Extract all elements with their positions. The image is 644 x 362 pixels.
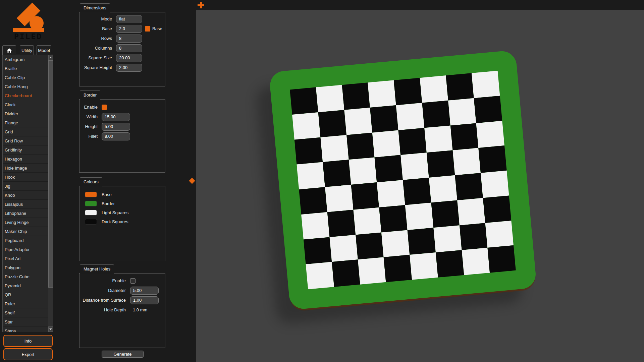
- dimensions-base-input[interactable]: 2.0: [116, 25, 142, 33]
- light-square: [457, 198, 485, 225]
- light-square: [316, 85, 344, 112]
- colour-entries: BaseBorderLight SquaresDark Squares: [85, 190, 128, 226]
- home-icon: [6, 48, 12, 53]
- light-square: [420, 75, 448, 103]
- list-item-lissajous[interactable]: Lissajous: [3, 200, 48, 209]
- list-item-steps[interactable]: Steps: [3, 326, 48, 332]
- colour-base-swatch[interactable]: [85, 192, 97, 197]
- border-height-input[interactable]: 5.00: [102, 123, 130, 131]
- splitter-handle[interactable]: [189, 178, 195, 184]
- light-square: [353, 207, 381, 234]
- light-square: [306, 262, 334, 289]
- light-square: [297, 162, 325, 189]
- dark-square: [290, 87, 318, 114]
- tab-home[interactable]: [2, 45, 16, 55]
- border-enable-row: Enable: [80, 102, 130, 112]
- dimensions-square-size-label: Square Size: [80, 55, 112, 60]
- list-item-grid-row[interactable]: Grid Row: [3, 136, 48, 145]
- list-item-cable-clip[interactable]: Cable Clip: [3, 73, 48, 82]
- list-item-pegboard[interactable]: Pegboard: [3, 236, 48, 245]
- tab-model[interactable]: Model: [37, 45, 51, 55]
- tab-utility-label: Utility: [21, 48, 32, 53]
- dark-square: [450, 123, 478, 150]
- border-width-input[interactable]: 15.00: [102, 113, 130, 121]
- list-item-cable-hang[interactable]: Cable Hang: [3, 82, 48, 91]
- export-button[interactable]: Export: [3, 348, 53, 360]
- dimensions-mode-input[interactable]: flat: [116, 15, 142, 23]
- dimensions-mode-label: Mode: [80, 16, 112, 21]
- info-button[interactable]: Info: [3, 335, 53, 347]
- list-item-checkerboard[interactable]: Checkerboard: [3, 91, 48, 100]
- dimensions-square-height-input[interactable]: 2.00: [116, 64, 142, 72]
- list-item-maker-chip[interactable]: Maker Chip: [3, 227, 48, 236]
- colour-light-squares-swatch[interactable]: [85, 210, 97, 216]
- border-fillet-input[interactable]: 8.00: [102, 132, 130, 140]
- dimensions-rows-input[interactable]: 8: [116, 35, 142, 43]
- dark-square: [356, 232, 384, 259]
- list-item-flange[interactable]: Flange: [3, 118, 48, 127]
- dark-square: [318, 110, 346, 137]
- scroll-up-button[interactable]: [48, 55, 53, 60]
- magnet-hole-depth-label: Hole Depth: [80, 307, 126, 312]
- border-enable-checkbox[interactable]: [102, 105, 107, 110]
- plus-icon-bar: [200, 2, 202, 8]
- list-item-qr[interactable]: QR: [3, 290, 48, 299]
- list-item-braille[interactable]: Braille: [3, 64, 48, 73]
- colour-border-swatch[interactable]: [85, 201, 97, 206]
- list-item-divider[interactable]: Divider: [3, 109, 48, 118]
- dimensions-base-swatch-label: Base: [152, 26, 162, 31]
- dark-square: [375, 155, 403, 182]
- list-item-living-hinge[interactable]: Living Hinge: [3, 218, 48, 227]
- border-group-title: Border: [80, 90, 100, 100]
- dimensions-base-row: Base2.0Base: [80, 24, 162, 34]
- model-list-scrollbar[interactable]: [48, 55, 53, 332]
- list-item-ambigram[interactable]: Ambigram: [3, 55, 48, 64]
- list-item-clock[interactable]: Clock: [3, 100, 48, 109]
- list-item-pyramid[interactable]: Pyramid: [3, 281, 48, 290]
- list-item-pixel-art[interactable]: Pixel Art: [3, 254, 48, 263]
- generate-button[interactable]: Generate: [102, 351, 144, 358]
- light-square: [400, 153, 429, 180]
- colour-border-row: Border: [85, 199, 128, 208]
- list-item-grid[interactable]: Grid: [3, 127, 48, 136]
- add-view-icon[interactable]: [198, 2, 204, 8]
- list-item-hexagon[interactable]: Hexagon: [3, 155, 48, 164]
- colour-dark-squares-swatch[interactable]: [85, 219, 97, 225]
- list-item-lithophane[interactable]: Lithophane: [3, 209, 48, 218]
- dark-square: [332, 259, 360, 287]
- dimensions-square-size-input[interactable]: 20.00: [116, 54, 142, 62]
- list-item-gridfinity[interactable]: Gridfinity: [3, 145, 48, 155]
- list-item-jig[interactable]: Jig: [3, 182, 48, 191]
- magnet-enable-checkbox[interactable]: [130, 278, 136, 284]
- list-item-hole-image[interactable]: Hole Image: [3, 164, 48, 173]
- viewport-3d[interactable]: [196, 10, 644, 362]
- list-item-pipe-adaptor[interactable]: Pipe Adaptor: [3, 245, 48, 254]
- list-item-shelf[interactable]: Shelf: [3, 308, 48, 317]
- dark-square: [455, 173, 483, 200]
- magnet-distance-from-surface-row: Distance from Surface1.00: [80, 295, 159, 305]
- light-square: [381, 230, 410, 257]
- light-square: [358, 257, 386, 284]
- tab-utility[interactable]: Utility: [20, 45, 34, 55]
- dark-square: [346, 132, 375, 160]
- magnet-distance-from-surface-input[interactable]: 1.00: [130, 296, 159, 304]
- scroll-down-button[interactable]: [48, 326, 53, 332]
- scrollbar-thumb[interactable]: [48, 60, 53, 288]
- list-item-ruler[interactable]: Ruler: [3, 299, 48, 308]
- dimensions-square-size-row: Square Size20.00: [80, 53, 162, 63]
- light-square: [396, 103, 424, 130]
- dark-square: [342, 82, 370, 110]
- magnet-diameter-row: Diameter5.00: [80, 286, 159, 295]
- dark-square: [351, 182, 379, 209]
- border-fillet-label: Fillet: [80, 134, 98, 139]
- list-item-polygon[interactable]: Polygon: [3, 263, 48, 272]
- logo-base-shape: [13, 28, 44, 32]
- list-item-hook[interactable]: Hook: [3, 173, 48, 182]
- dimensions-rows-row: Rows8: [80, 34, 162, 43]
- list-item-star[interactable]: Star: [3, 317, 48, 326]
- list-item-knob[interactable]: Knob: [3, 191, 48, 200]
- magnet-diameter-input[interactable]: 5.00: [130, 287, 159, 295]
- light-square: [424, 125, 452, 153]
- list-item-puzzle-cube[interactable]: Puzzle Cube: [3, 272, 48, 281]
- dimensions-columns-input[interactable]: 8: [116, 44, 142, 52]
